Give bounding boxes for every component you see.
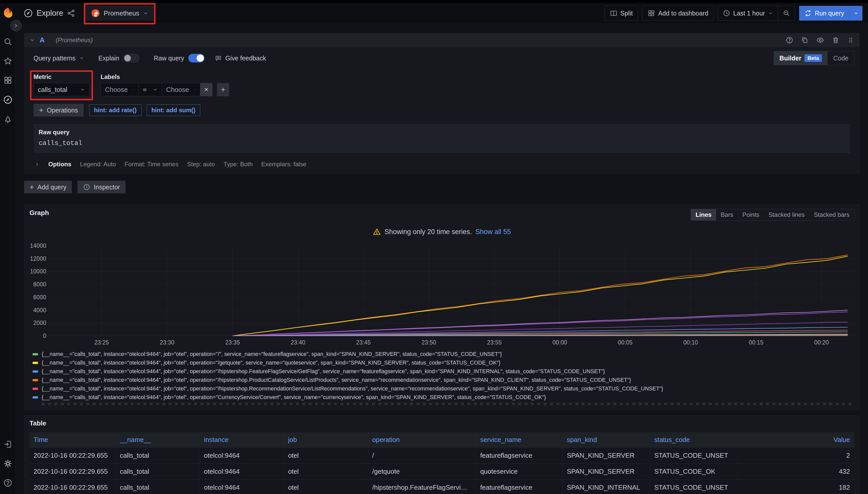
explain-label: Explain [98, 55, 119, 62]
raw-query-toggle[interactable] [188, 54, 204, 62]
graph-mode-points[interactable]: Points [738, 209, 764, 220]
legend-swatch [33, 396, 38, 399]
explain-toggle[interactable] [123, 54, 140, 62]
y-tick-label: 4000 [33, 307, 46, 314]
legend-swatch [33, 379, 38, 381]
metric-select[interactable]: calls_total [34, 83, 89, 96]
run-query-button[interactable]: Run query [799, 6, 849, 21]
zoom-out-button[interactable] [778, 6, 795, 20]
run-query-dropdown[interactable] [849, 6, 863, 21]
sidebar-item-sign-in[interactable] [3, 440, 13, 449]
column-header-status-code[interactable]: status_code [650, 432, 738, 448]
sidebar-item-starred[interactable] [3, 56, 13, 65]
question-circle-icon [786, 36, 793, 44]
query-datasource-hint: (Prometheus) [56, 37, 93, 44]
column-header-span-kind[interactable]: span_kind [563, 432, 650, 448]
datasource-picker[interactable]: Prometheus [86, 6, 153, 21]
zoom-out-icon [783, 10, 790, 17]
column-header-value[interactable]: Value [738, 432, 854, 448]
legend-item[interactable]: {__name__="calls_total", instance="otelc… [33, 350, 854, 358]
builder-tab[interactable]: Builder Beta [774, 51, 828, 65]
query-help-button[interactable] [786, 36, 793, 44]
bell-icon [3, 115, 13, 124]
legend-item[interactable]: {__name__="calls_total", instance="otelc… [33, 358, 854, 367]
legend-swatch [33, 370, 38, 373]
graph-mode-lines[interactable]: Lines [691, 209, 716, 220]
code-tab[interactable]: Code [828, 51, 854, 65]
help-icon [3, 478, 13, 488]
remove-label-filter-button[interactable]: × [200, 83, 213, 96]
x-tick-label: 23:45 [356, 339, 371, 346]
x-tick-label: 00:10 [683, 339, 698, 346]
query-patterns-dropdown[interactable]: Query patterns [34, 55, 84, 62]
table-cell: otelcol:9464 [200, 463, 284, 479]
legend-swatch [33, 353, 38, 355]
add-query-button[interactable]: + Add query [24, 181, 72, 193]
graph-mode-stacked-bars[interactable]: Stacked bars [809, 209, 854, 220]
share-icon[interactable] [67, 9, 75, 18]
column-header-operation[interactable]: operation [368, 432, 476, 448]
grafana-logo[interactable] [0, 7, 16, 19]
query-hint-button[interactable]: hint: add rate() [89, 104, 142, 116]
chevron-right-icon [35, 162, 40, 167]
show-all-series-link[interactable]: Show all 55 [475, 228, 511, 236]
gear-icon [3, 459, 13, 468]
y-tick-label: 14000 [30, 243, 46, 249]
column-header-job[interactable]: job [284, 432, 368, 448]
time-series-chart[interactable]: 02000400060008000100001200014000 23:2523… [30, 246, 854, 346]
column-header-service-name[interactable]: service_name [476, 432, 563, 448]
query-row-header[interactable]: A (Prometheus) [24, 33, 860, 47]
inspector-button[interactable]: Inspector [77, 181, 126, 193]
column-header-instance[interactable]: instance [200, 432, 284, 448]
raw-query-label: Raw query [154, 55, 184, 62]
sidebar-item-alerting[interactable] [3, 115, 13, 124]
raw-query-label: Raw query [39, 129, 845, 136]
legend-item[interactable]: {__name__="calls_total", instance="otelc… [33, 376, 854, 384]
clock-icon [723, 10, 730, 17]
label-operator-select[interactable]: = [139, 83, 162, 96]
legend-item[interactable]: {__name__="calls_total", instance="otelc… [33, 393, 854, 402]
duplicate-query-button[interactable] [801, 36, 809, 44]
graph-mode-stacked-lines[interactable]: Stacked lines [764, 209, 809, 220]
sidebar-expand-button[interactable] [10, 20, 22, 32]
legend-item-truncated [42, 403, 854, 405]
drag-handle[interactable] [847, 37, 854, 44]
split-icon [610, 10, 617, 17]
drag-dots-icon [847, 37, 854, 44]
explore-icon [23, 8, 33, 18]
split-button[interactable]: Split [604, 6, 638, 21]
column-header---name--[interactable]: __name__ [115, 432, 200, 448]
apps-icon [648, 10, 655, 17]
time-range-picker[interactable]: Last 1 hour [718, 6, 778, 20]
results-table: Time__name__instancejoboperationservice_… [30, 432, 854, 494]
remove-query-button[interactable] [832, 36, 839, 44]
query-option-summary-item: Format: Time series [125, 161, 178, 168]
table-panel: Table Time__name__instancejoboperationse… [24, 415, 860, 494]
x-tick-label: 23:35 [225, 339, 240, 346]
collapse-chevron-icon [30, 37, 35, 43]
operations-button[interactable]: + Operations [34, 104, 84, 116]
chevron-down-icon [768, 11, 773, 16]
graph-mode-bars[interactable]: Bars [716, 209, 738, 220]
give-feedback-button[interactable]: Give feedback [215, 55, 266, 62]
query-hint-button[interactable]: hint: add sum() [147, 104, 200, 116]
sidebar-item-search[interactable] [3, 37, 13, 46]
table-cell: STATUS_CODE_UNSET [650, 479, 738, 494]
chart-series [233, 336, 848, 336]
label-value-select[interactable]: Choose [162, 83, 200, 96]
sidebar-item-help[interactable] [3, 478, 13, 488]
add-label-filter-button[interactable]: + [217, 83, 229, 96]
legend-item[interactable]: {__name__="calls_total", instance="otelc… [33, 367, 854, 376]
table-cell: featureflagservice [476, 479, 563, 494]
sidebar-item-explore[interactable] [3, 95, 13, 104]
column-header-time[interactable]: Time [30, 432, 115, 448]
sidebar-item-configuration[interactable] [3, 459, 13, 468]
y-tick-label: 2000 [33, 320, 46, 326]
label-key-select[interactable]: Choose [101, 83, 139, 96]
table-cell: /hipstershop.FeatureFlagServi… [368, 479, 476, 494]
add-to-dashboard-button[interactable]: Add to dashboard [642, 6, 713, 21]
legend-item[interactable]: {__name__="calls_total", instance="otelc… [33, 384, 854, 393]
query-options-toggle[interactable]: Options Legend: AutoFormat: Time seriesS… [34, 158, 850, 168]
sidebar-item-dashboards[interactable] [3, 76, 13, 85]
hide-response-button[interactable] [816, 36, 824, 44]
